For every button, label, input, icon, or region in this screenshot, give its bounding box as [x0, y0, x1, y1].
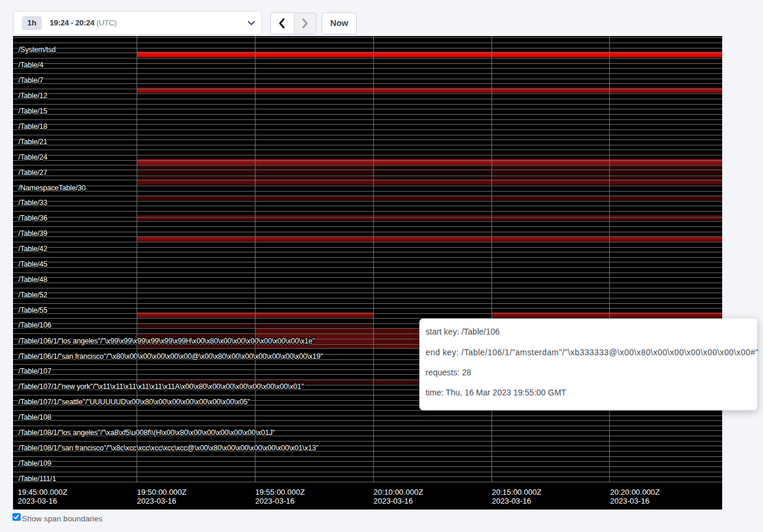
svg-text:/Table/55: /Table/55 — [18, 306, 47, 314]
svg-text:/Table/27: /Table/27 — [18, 168, 47, 176]
svg-text:/Table/108/1/"los angeles"/"\x: /Table/108/1/"los angeles"/"\xa8\xf5\u00… — [18, 429, 275, 437]
svg-text:/Table/24: /Table/24 — [18, 153, 47, 161]
svg-text:2023-03-16: 2023-03-16 — [374, 496, 413, 505]
svg-text:20:10:00.000Z: 20:10:00.000Z — [374, 488, 423, 497]
svg-text:/Table/52: /Table/52 — [18, 291, 47, 299]
svg-text:/Table/4: /Table/4 — [18, 61, 43, 69]
svg-text:/Table/48: /Table/48 — [18, 275, 47, 283]
svg-text:/Table/7: /Table/7 — [18, 76, 43, 85]
svg-text:/Table/39: /Table/39 — [18, 229, 47, 238]
svg-text:/Table/108: /Table/108 — [18, 413, 51, 421]
svg-text:19:45:00.000Z: 19:45:00.000Z — [18, 488, 67, 497]
svg-text:/Table/21: /Table/21 — [18, 137, 47, 145]
svg-text:20:20:00.000Z: 20:20:00.000Z — [610, 488, 660, 497]
svg-text:/Table/15: /Table/15 — [18, 106, 47, 115]
svg-text:/Table/111/1: /Table/111/1 — [18, 474, 56, 482]
svg-text:/Table/36: /Table/36 — [18, 213, 47, 222]
svg-text:/Table/107/1/"new york"/"\x11\: /Table/107/1/"new york"/"\x11\x11\x11\x1… — [18, 382, 304, 390]
svg-text:/Table/107: /Table/107 — [18, 367, 51, 375]
svg-text:/Table/12: /Table/12 — [18, 92, 47, 100]
svg-text:19:55:00.000Z: 19:55:00.000Z — [256, 488, 305, 497]
svg-text:/System/tsd: /System/tsd — [18, 46, 56, 54]
svg-text:2023-03-16: 2023-03-16 — [610, 496, 650, 505]
svg-text:2023-03-16: 2023-03-16 — [18, 496, 57, 505]
svg-text:/Table/107/1/"seattle"/"UUUUUU: /Table/107/1/"seattle"/"UUUUUUD\x00\x80\… — [18, 398, 250, 406]
svg-text:2023-03-16: 2023-03-16 — [137, 496, 177, 505]
svg-text:19:50:00.000Z: 19:50:00.000Z — [137, 488, 187, 497]
svg-text:/Table/18: /Table/18 — [18, 122, 47, 130]
svg-text:/Table/106: /Table/106 — [18, 321, 51, 329]
svg-text:/Table/106/1/"los angeles"/"\x: /Table/106/1/"los angeles"/"\x99\x99\x99… — [18, 336, 315, 345]
svg-text:/Table/42: /Table/42 — [18, 245, 47, 253]
svg-text:/Table/108/1/"san francisco"/": /Table/108/1/"san francisco"/"\x8c\xcc\x… — [18, 443, 318, 452]
svg-text:/Table/106/1/"san francisco"/": /Table/106/1/"san francisco"/"\x80\x00\x… — [18, 352, 323, 360]
svg-text:20:15:00.000Z: 20:15:00.000Z — [492, 488, 542, 497]
svg-text:/Table/109: /Table/109 — [18, 459, 51, 467]
svg-text:/NamespaceTable/30: /NamespaceTable/30 — [18, 183, 86, 192]
svg-text:/Table/45: /Table/45 — [18, 259, 47, 268]
svg-text:2023-03-16: 2023-03-16 — [256, 496, 295, 505]
svg-text:/Table/33: /Table/33 — [18, 199, 47, 207]
svg-text:2023-03-16: 2023-03-16 — [492, 496, 532, 505]
